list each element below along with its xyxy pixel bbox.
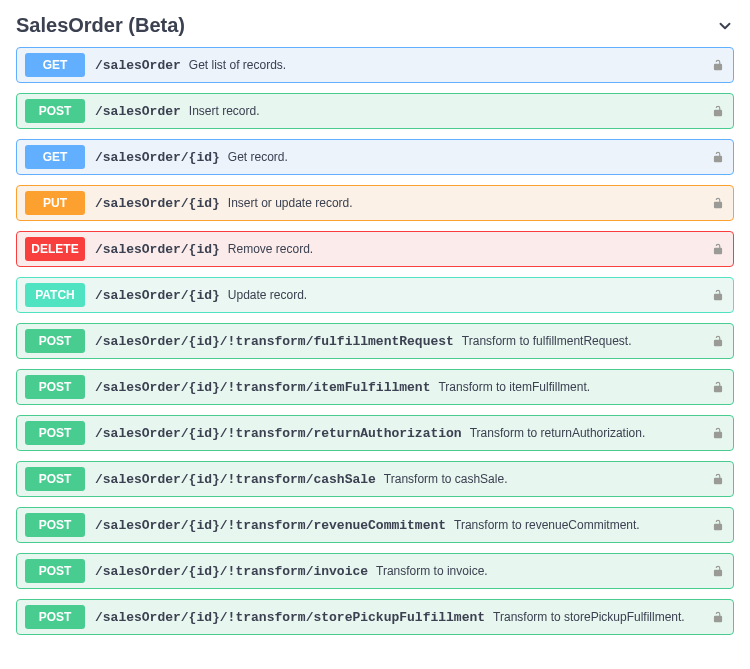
method-badge: POST xyxy=(25,605,85,629)
endpoint-summary: Transform to revenueCommitment. xyxy=(454,518,640,532)
unlock-icon[interactable] xyxy=(711,472,725,486)
method-badge: POST xyxy=(25,513,85,537)
operation-row[interactable]: PUT/salesOrder/{id}Insert or update reco… xyxy=(16,185,734,221)
method-badge: GET xyxy=(25,53,85,77)
operation-row[interactable]: PATCH/salesOrder/{id}Update record. xyxy=(16,277,734,313)
unlock-icon[interactable] xyxy=(711,380,725,394)
method-badge: GET xyxy=(25,145,85,169)
operation-row[interactable]: POST/salesOrder/{id}/!transform/storePic… xyxy=(16,599,734,635)
endpoint-summary: Insert record. xyxy=(189,104,260,118)
endpoint-summary: Insert or update record. xyxy=(228,196,353,210)
method-badge: DELETE xyxy=(25,237,85,261)
operation-row[interactable]: POST/salesOrder/{id}/!transform/cashSale… xyxy=(16,461,734,497)
method-badge: POST xyxy=(25,559,85,583)
operations-list: GET/salesOrderGet list of records.POST/s… xyxy=(16,47,734,635)
endpoint-path: /salesOrder/{id}/!transform/storePickupF… xyxy=(95,610,485,625)
operation-row[interactable]: POST/salesOrder/{id}/!transform/fulfillm… xyxy=(16,323,734,359)
unlock-icon[interactable] xyxy=(711,150,725,164)
operation-row[interactable]: GET/salesOrderGet list of records. xyxy=(16,47,734,83)
endpoint-summary: Transform to storePickupFulfillment. xyxy=(493,610,685,624)
method-badge: PUT xyxy=(25,191,85,215)
endpoint-path: /salesOrder/{id}/!transform/invoice xyxy=(95,564,368,579)
endpoint-path: /salesOrder xyxy=(95,58,181,73)
endpoint-summary: Transform to itemFulfillment. xyxy=(438,380,590,394)
method-badge: POST xyxy=(25,421,85,445)
method-badge: POST xyxy=(25,375,85,399)
operation-row[interactable]: POST/salesOrder/{id}/!transform/itemFulf… xyxy=(16,369,734,405)
method-badge: PATCH xyxy=(25,283,85,307)
chevron-down-icon xyxy=(716,17,734,35)
endpoint-path: /salesOrder/{id}/!transform/fulfillmentR… xyxy=(95,334,454,349)
method-badge: POST xyxy=(25,99,85,123)
unlock-icon[interactable] xyxy=(711,518,725,532)
endpoint-path: /salesOrder/{id} xyxy=(95,196,220,211)
unlock-icon[interactable] xyxy=(711,242,725,256)
endpoint-path: /salesOrder/{id} xyxy=(95,150,220,165)
section-title: SalesOrder (Beta) xyxy=(16,14,185,37)
unlock-icon[interactable] xyxy=(711,104,725,118)
endpoint-path: /salesOrder xyxy=(95,104,181,119)
operation-row[interactable]: POST/salesOrder/{id}/!transform/invoiceT… xyxy=(16,553,734,589)
endpoint-summary: Transform to returnAuthorization. xyxy=(470,426,646,440)
operation-row[interactable]: GET/salesOrder/{id}Get record. xyxy=(16,139,734,175)
operation-row[interactable]: POST/salesOrder/{id}/!transform/revenueC… xyxy=(16,507,734,543)
endpoint-path: /salesOrder/{id}/!transform/returnAuthor… xyxy=(95,426,462,441)
endpoint-path: /salesOrder/{id}/!transform/cashSale xyxy=(95,472,376,487)
method-badge: POST xyxy=(25,467,85,491)
operation-row[interactable]: POST/salesOrder/{id}/!transform/returnAu… xyxy=(16,415,734,451)
endpoint-summary: Transform to fulfillmentRequest. xyxy=(462,334,632,348)
method-badge: POST xyxy=(25,329,85,353)
unlock-icon[interactable] xyxy=(711,196,725,210)
unlock-icon[interactable] xyxy=(711,334,725,348)
endpoint-summary: Transform to cashSale. xyxy=(384,472,508,486)
unlock-icon[interactable] xyxy=(711,610,725,624)
endpoint-summary: Transform to invoice. xyxy=(376,564,488,578)
unlock-icon[interactable] xyxy=(711,564,725,578)
operation-row[interactable]: POST/salesOrderInsert record. xyxy=(16,93,734,129)
endpoint-path: /salesOrder/{id}/!transform/itemFulfillm… xyxy=(95,380,430,395)
endpoint-path: /salesOrder/{id} xyxy=(95,242,220,257)
endpoint-summary: Remove record. xyxy=(228,242,313,256)
section-header[interactable]: SalesOrder (Beta) xyxy=(16,14,734,37)
operation-row[interactable]: DELETE/salesOrder/{id}Remove record. xyxy=(16,231,734,267)
endpoint-summary: Update record. xyxy=(228,288,307,302)
unlock-icon[interactable] xyxy=(711,288,725,302)
endpoint-path: /salesOrder/{id}/!transform/revenueCommi… xyxy=(95,518,446,533)
unlock-icon[interactable] xyxy=(711,426,725,440)
endpoint-summary: Get record. xyxy=(228,150,288,164)
endpoint-path: /salesOrder/{id} xyxy=(95,288,220,303)
endpoint-summary: Get list of records. xyxy=(189,58,286,72)
unlock-icon[interactable] xyxy=(711,58,725,72)
